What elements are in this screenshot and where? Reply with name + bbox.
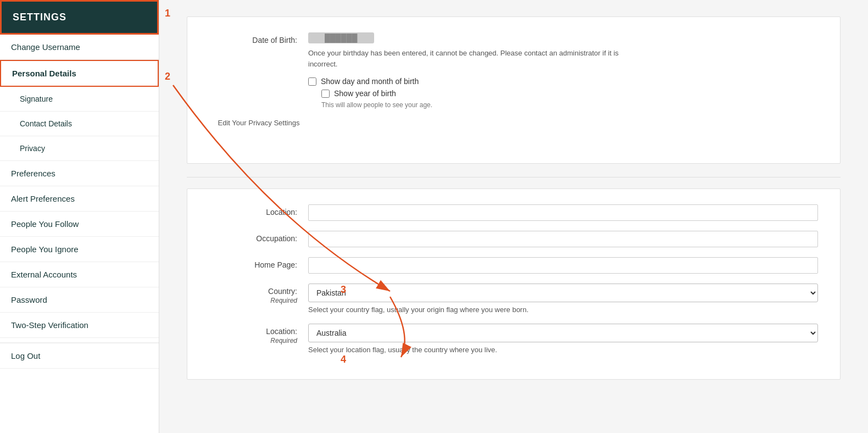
dob-content: ██████ Once your birthday has been enter… (308, 32, 818, 109)
sidebar-item-password[interactable]: Password (0, 287, 159, 313)
show-day-month-label: Show day and month of birth (321, 77, 419, 86)
sidebar-item-privacy[interactable]: Privacy (0, 136, 159, 161)
country-row: Country: Required Pakistan Australia Uni… (209, 284, 818, 314)
privacy-link-row: Edit Your Privacy Settings (209, 119, 818, 138)
location2-row: Location: Required Australia Pakistan Un… (209, 324, 818, 354)
sidebar-header: SETTINGS (0, 0, 159, 35)
location-input-wrap (308, 204, 818, 221)
location-label: Location: (209, 204, 308, 216)
sidebar-item-signature[interactable]: Signature (0, 87, 159, 112)
dob-section: Date of Birth: ██████ Once your birthday… (187, 16, 841, 164)
country-hint: Select your country flag, usually your o… (308, 306, 818, 314)
show-year-checkbox[interactable] (321, 90, 330, 98)
location-row: Location: (209, 204, 818, 221)
show-day-month-checkbox[interactable] (308, 77, 316, 86)
homepage-input[interactable] (308, 257, 818, 274)
sidebar-item-contact-details[interactable]: Contact Details (0, 112, 159, 136)
homepage-label: Home Page: (209, 257, 308, 269)
sidebar-item-people-you-follow[interactable]: People You Follow (0, 212, 159, 237)
dob-value: ██████ (308, 32, 374, 43)
main-content: Date of Birth: ██████ Once your birthday… (159, 0, 868, 433)
show-year-row: Show year of birth (321, 89, 818, 98)
show-year-label: Show year of birth (334, 89, 396, 98)
location2-select[interactable]: Australia Pakistan United States United … (308, 324, 818, 342)
occupation-input-wrap (308, 231, 818, 247)
location2-label-wrap: Location: Required (209, 324, 308, 345)
homepage-input-wrap (308, 257, 818, 274)
section-divider (187, 177, 841, 177)
dob-note: Once your birthday has been entered, it … (308, 48, 638, 69)
occupation-label: Occupation: (209, 231, 308, 243)
sidebar-item-two-step-verification[interactable]: Two-Step Verification (0, 313, 159, 338)
occupation-input[interactable] (308, 231, 818, 247)
location2-required: Required (209, 337, 297, 345)
sidebar-item-external-accounts[interactable]: External Accounts (0, 262, 159, 287)
sidebar-item-preferences[interactable]: Preferences (0, 161, 159, 186)
location2-select-wrap: Australia Pakistan United States United … (308, 324, 818, 354)
sidebar-item-personal-details[interactable]: Personal Details (0, 60, 159, 87)
show-year-hint: This will allow people to see your age. (321, 101, 818, 109)
sidebar-item-alert-preferences[interactable]: Alert Preferences (0, 186, 159, 212)
country-label: Country: (209, 287, 297, 296)
privacy-link[interactable]: Edit Your Privacy Settings (209, 119, 308, 127)
svg-text:2: 2 (165, 71, 170, 82)
country-label-wrap: Country: Required (209, 284, 308, 304)
occupation-row: Occupation: (209, 231, 818, 247)
location-section: Location: Occupation: Home Page: Country… (187, 188, 841, 380)
country-select-wrap: Pakistan Australia United States United … (308, 284, 818, 314)
dob-row: Date of Birth: ██████ Once your birthday… (209, 32, 818, 109)
sidebar-item-log-out[interactable]: Log Out (0, 342, 159, 369)
sidebar-item-change-username[interactable]: Change Username (0, 35, 159, 60)
location-input[interactable] (308, 204, 818, 221)
location2-hint: Select your location flag, usually the c… (308, 346, 818, 354)
dob-label: Date of Birth: (209, 32, 308, 45)
show-day-month-row: Show day and month of birth (308, 77, 818, 86)
sidebar-item-people-you-ignore[interactable]: People You Ignore (0, 237, 159, 262)
country-required: Required (209, 297, 297, 304)
sidebar: SETTINGS Change Username Personal Detail… (0, 0, 159, 433)
location2-label: Location: (209, 327, 297, 336)
homepage-row: Home Page: (209, 257, 818, 274)
country-select[interactable]: Pakistan Australia United States United … (308, 284, 818, 302)
svg-text:1: 1 (165, 8, 170, 19)
